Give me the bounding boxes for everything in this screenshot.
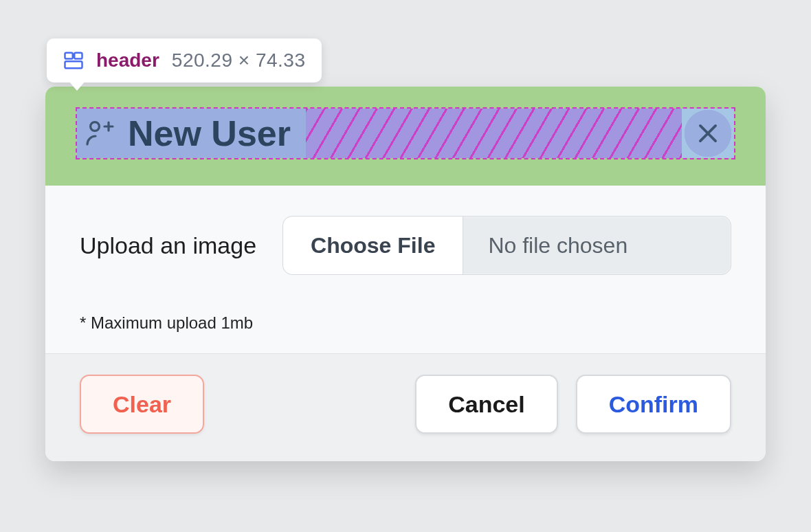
dialog-header-highlight: New User [45,87,766,186]
choose-file-button[interactable]: Choose File [283,217,463,274]
clear-button[interactable]: Clear [80,375,204,434]
file-input[interactable]: Choose File No file chosen [282,216,731,275]
dialog-header: New User [76,107,735,159]
header-title-block: New User [77,109,306,158]
dialog-body: Upload an image Choose File No file chos… [45,186,766,353]
upload-label: Upload an image [80,232,256,259]
dialog-footer: Clear Cancel Confirm [45,353,766,461]
svg-rect-2 [65,61,82,68]
cancel-button[interactable]: Cancel [415,375,558,434]
close-icon [695,120,721,146]
user-plus-icon [82,117,115,150]
devtools-inspector-tooltip: header 520.29 × 74.33 [47,38,322,82]
inspector-dimensions: 520.29 × 74.33 [172,49,306,71]
close-button[interactable] [682,109,734,158]
svg-rect-1 [74,53,82,59]
upload-row: Upload an image Choose File No file chos… [80,216,731,275]
svg-point-3 [91,122,100,131]
upload-hint: * Maximum upload 1mb [80,313,731,333]
inspector-element-name: header [96,49,159,71]
new-user-dialog: New User Upload an image Choose File No … [45,87,766,461]
svg-rect-0 [65,53,73,59]
header-flex-gap-overlay [306,109,682,158]
file-status-text: No file chosen [463,217,731,274]
dialog-title: New User [128,113,291,154]
confirm-button[interactable]: Confirm [576,375,731,434]
layout-icon [63,50,84,71]
